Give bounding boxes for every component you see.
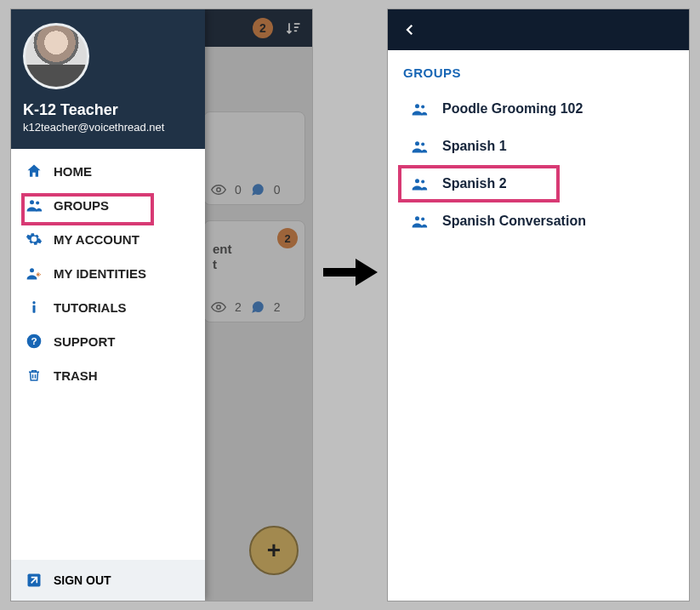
svg-point-2 bbox=[30, 200, 34, 204]
sign-out-icon bbox=[25, 572, 43, 589]
add-button[interactable]: + bbox=[249, 526, 299, 575]
svg-point-19 bbox=[415, 216, 419, 220]
right-screen: GROUPS Poodle Grooming 102 Spanish 1 Spa… bbox=[387, 9, 690, 601]
svg-point-6 bbox=[32, 301, 35, 304]
groups-icon bbox=[408, 175, 430, 192]
nav-label: MY IDENTITIES bbox=[54, 266, 146, 281]
avatar[interactable] bbox=[23, 23, 89, 89]
eye-icon bbox=[211, 182, 226, 197]
svg-point-14 bbox=[421, 105, 424, 109]
svg-point-15 bbox=[415, 141, 419, 145]
nav-item-my-account[interactable]: MY ACCOUNT bbox=[14, 222, 202, 256]
views-count: 0 bbox=[235, 183, 242, 197]
group-item-poodle[interactable]: Poodle Grooming 102 bbox=[400, 90, 677, 128]
sign-out-button[interactable]: SIGN OUT bbox=[11, 560, 205, 601]
user-gear-icon bbox=[25, 265, 43, 282]
nav-item-home[interactable]: HOME bbox=[14, 154, 202, 188]
svg-rect-7 bbox=[33, 305, 36, 313]
svg-point-16 bbox=[421, 143, 424, 146]
app-header bbox=[388, 9, 689, 50]
card-stats: 0 0 bbox=[211, 182, 281, 197]
nav-item-my-identities[interactable]: MY IDENTITIES bbox=[14, 256, 202, 290]
user-email: k12teacher@voicethread.net bbox=[23, 121, 193, 134]
svg-rect-11 bbox=[323, 268, 357, 276]
svg-point-18 bbox=[421, 180, 424, 184]
nav-drawer: K-12 Teacher k12teacher@voicethread.net … bbox=[11, 9, 205, 601]
comment-icon bbox=[250, 182, 265, 197]
page-title: GROUPS bbox=[400, 66, 677, 80]
svg-point-20 bbox=[421, 218, 424, 221]
info-icon bbox=[25, 299, 43, 316]
group-label: Poodle Grooming 102 bbox=[442, 101, 583, 117]
card-badge: 2 bbox=[277, 228, 298, 248]
sign-out-label: SIGN OUT bbox=[54, 573, 111, 587]
eye-icon bbox=[211, 299, 226, 315]
chevron-left-icon bbox=[402, 22, 418, 37]
user-name: K-12 Teacher bbox=[23, 101, 193, 119]
svg-marker-12 bbox=[356, 259, 378, 286]
content-card[interactable]: 0 0 bbox=[203, 111, 305, 205]
svg-point-13 bbox=[415, 104, 419, 108]
svg-point-4 bbox=[30, 268, 34, 272]
group-item-spanish-conversation[interactable]: Spanish Conversation bbox=[400, 202, 677, 240]
svg-point-5 bbox=[37, 274, 39, 276]
sort-icon[interactable] bbox=[285, 20, 302, 37]
trash-icon bbox=[25, 367, 43, 384]
comments-count: 0 bbox=[274, 183, 281, 197]
notification-badge[interactable]: 2 bbox=[253, 18, 273, 38]
nav-label: MY ACCOUNT bbox=[54, 232, 139, 247]
groups-icon bbox=[25, 197, 43, 214]
views-count: 2 bbox=[235, 300, 242, 314]
gear-icon bbox=[25, 231, 43, 248]
groups-panel: GROUPS Poodle Grooming 102 Spanish 1 Spa… bbox=[388, 50, 689, 255]
nav-item-support[interactable]: ? SUPPORT bbox=[14, 324, 202, 358]
group-label: Spanish 2 bbox=[442, 176, 507, 191]
drawer-header: K-12 Teacher k12teacher@voicethread.net bbox=[11, 9, 205, 149]
nav-item-trash[interactable]: TRASH bbox=[14, 358, 202, 392]
nav-label: GROUPS bbox=[54, 198, 109, 213]
home-icon bbox=[25, 162, 43, 180]
svg-point-17 bbox=[415, 179, 419, 183]
groups-icon bbox=[408, 213, 430, 230]
content-card[interactable]: 2 ent t 2 2 bbox=[203, 220, 305, 322]
drawer-menu: HOME GROUPS MY ACCOUNT bbox=[11, 149, 205, 560]
nav-item-tutorials[interactable]: TUTORIALS bbox=[14, 290, 202, 324]
svg-text:?: ? bbox=[31, 335, 37, 346]
groups-icon bbox=[408, 138, 430, 155]
svg-point-0 bbox=[217, 188, 221, 192]
group-label: Spanish 1 bbox=[442, 139, 507, 154]
left-screen: 2 0 0 2 ent bbox=[10, 9, 313, 601]
nav-label: SUPPORT bbox=[54, 334, 116, 349]
plus-icon: + bbox=[267, 537, 281, 564]
comment-icon bbox=[250, 299, 265, 315]
svg-point-1 bbox=[217, 305, 221, 310]
group-label: Spanish Conversation bbox=[442, 214, 586, 229]
card-stats: 2 2 bbox=[211, 299, 281, 315]
nav-label: HOME bbox=[54, 164, 92, 179]
svg-point-3 bbox=[36, 202, 39, 205]
group-item-spanish2[interactable]: Spanish 2 bbox=[400, 165, 677, 202]
comments-count: 2 bbox=[274, 300, 281, 314]
groups-icon bbox=[408, 100, 430, 117]
group-item-spanish1[interactable]: Spanish 1 bbox=[400, 128, 677, 165]
help-icon: ? bbox=[25, 333, 43, 350]
back-button[interactable] bbox=[393, 13, 427, 47]
nav-item-groups[interactable]: GROUPS bbox=[14, 188, 202, 222]
nav-label: TUTORIALS bbox=[54, 300, 127, 315]
nav-label: TRASH bbox=[54, 368, 98, 383]
arrow-icon bbox=[323, 259, 378, 286]
